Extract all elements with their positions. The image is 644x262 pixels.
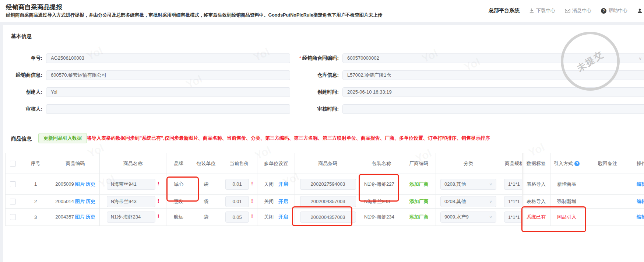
price-input[interactable]: 0.01 — [225, 179, 249, 190]
cell-seq: 1 — [20, 174, 51, 195]
cell-goods-name: N海带丝941! — [100, 174, 166, 195]
category-select[interactable]: 0208.其他∨ — [440, 179, 496, 190]
goods-name-input[interactable]: N海带丝941 — [107, 179, 155, 190]
multi-unit-on-toggle[interactable]: 开启 — [278, 181, 288, 187]
category-select[interactable]: 9009.水产9∨ — [440, 212, 496, 223]
cell-barcode: 2002004357003 — [295, 209, 361, 226]
table-row: 3 2004357图片历史 N1冷-海虾234! 航远 袋 0.05! 关闭开启… — [6, 209, 644, 226]
cell-seq: 2 — [20, 195, 51, 209]
header-multi-unit: 多单位设置 — [257, 153, 295, 174]
cell-goods-code: 2004357图片历史 — [51, 209, 100, 226]
warning-mark: ! — [251, 198, 253, 204]
goods-name-input[interactable]: N海带丝943 — [107, 196, 155, 207]
goods-name-input[interactable]: N1冷-海虾234 — [107, 212, 155, 223]
cell-reject-note — [583, 209, 632, 226]
category-select[interactable]: 0208.其他∨ — [440, 196, 496, 207]
cell-barcode: 2002027594003 — [295, 174, 361, 195]
cell-barcode: 2002004357003 — [295, 195, 361, 209]
header-pack-unit: 包装单位 — [191, 153, 221, 174]
cell-goods-code: 2005014图片历史 — [51, 195, 100, 209]
header-action: 操作 — [632, 153, 644, 174]
row-checkbox[interactable] — [10, 214, 16, 220]
price-input[interactable]: 0.05 — [225, 212, 249, 223]
add-vendor-link[interactable]: 添加厂商 — [409, 199, 429, 204]
spec-input[interactable]: 1*1*1 — [504, 196, 522, 207]
table-header-row: 序号 商品编码 商品名称 品牌 包装单位 当前售价 多单位设置 商品条码 包装名… — [6, 153, 644, 174]
warning-mark: ! — [158, 198, 159, 204]
edit-link[interactable]: 编辑 — [637, 199, 644, 204]
multi-unit-off-toggle[interactable]: 关闭 — [264, 214, 274, 220]
cell-vendor-code: 添加厂商 — [402, 209, 436, 226]
dealer-info-input[interactable]: 600570.黎安运输有限公司 — [46, 70, 290, 80]
multi-unit-off-toggle[interactable]: 关闭 — [264, 181, 274, 187]
cell-spec: 1*1*1 — [501, 174, 522, 195]
warning-mark: ! — [158, 213, 159, 219]
auditor-input[interactable] — [46, 104, 290, 114]
barcode-input[interactable]: 2002004357003 — [300, 196, 356, 207]
cell-pack-unit: 袋 — [191, 209, 221, 226]
add-vendor-link[interactable]: 添加厂商 — [409, 214, 429, 220]
history-link[interactable]: 历史 — [86, 214, 95, 220]
select-all-checkbox[interactable] — [10, 161, 16, 167]
download-center-link[interactable]: 下载中心 — [529, 7, 555, 14]
image-link[interactable]: 图片 — [75, 199, 85, 204]
header-goods-name: 商品名称 — [100, 153, 166, 174]
price-input[interactable]: 0.01 — [225, 196, 249, 207]
audit-time-input[interactable] — [342, 104, 644, 114]
add-vendor-link[interactable]: 添加厂商 — [409, 181, 429, 187]
cell-pack-name: N1冷-海虾227 — [361, 174, 402, 195]
download-icon — [529, 8, 534, 13]
barcode-input[interactable]: 2002004357003 — [300, 212, 356, 223]
edit-link[interactable]: 编辑 — [637, 214, 644, 220]
edit-link[interactable]: 编辑 — [637, 181, 644, 187]
cell-reject-note — [583, 195, 632, 209]
cell-data-tag: 系统已有 — [522, 209, 550, 226]
cell-spec: 1*1*1 — [501, 195, 522, 209]
row-checkbox[interactable] — [10, 199, 16, 205]
cell-brand: 诚心 — [166, 174, 191, 195]
import-mode-help-icon[interactable]: ? — [574, 161, 580, 166]
user-avatar-button[interactable] — [637, 8, 643, 14]
row-checkbox[interactable] — [10, 181, 16, 187]
spec-input[interactable]: 1*1*1 — [504, 179, 522, 190]
cell-data-tag: 表格导入 — [522, 195, 550, 209]
image-link[interactable]: 图片 — [75, 214, 85, 220]
cell-multi-unit: 关闭开启 — [257, 174, 295, 195]
cell-current-price: 0.05! — [221, 209, 257, 226]
update-same-goods-button[interactable]: 更新同品引入数据 — [38, 133, 87, 143]
creator-input[interactable]: Yol — [46, 87, 290, 97]
main-card: 基本信息 单号: AG2506100003 *经销商合同编码: 60057000… — [3, 25, 644, 262]
help-center-link[interactable]: ? 帮助中心 — [601, 7, 627, 14]
spec-input[interactable]: 1*1*1 — [504, 212, 522, 223]
label-audit-time: 审核时间: — [275, 104, 339, 114]
header-vendor-code: 厂商编码 — [402, 153, 436, 174]
barcode-input[interactable]: 2002027594003 — [300, 179, 356, 190]
cell-seq: 3 — [20, 209, 51, 226]
header-current-price: 当前售价 — [221, 153, 257, 174]
order-no-input[interactable]: AG2506100003 — [46, 53, 290, 63]
history-link[interactable]: 历史 — [86, 199, 95, 204]
cell-action: 编辑 — [632, 209, 644, 226]
header-spec: 商品规格 — [501, 153, 522, 174]
multi-unit-on-toggle[interactable]: 开启 — [278, 214, 288, 220]
table-row: 2 2005014图片历史 N海带丝943! 惠发 袋 0.01! 关闭开启 2… — [6, 195, 644, 209]
cell-import-mode: 强制新增 — [550, 195, 583, 209]
multi-unit-off-toggle[interactable]: 关闭 — [264, 199, 274, 204]
toggle-divider — [276, 182, 276, 186]
cell-pack-name: N1冷-海虾234 — [361, 209, 402, 226]
label-creator: 创建人: — [3, 87, 42, 97]
warning-mark: ! — [251, 181, 253, 186]
cell-action: 编辑 — [632, 195, 644, 209]
header-checkbox-cell — [6, 153, 20, 174]
top-header-bar: 经销商自采商品提报 经销商自采商品通过导入方式进行提报，并由分公司及总部多级审批… — [0, 0, 644, 22]
multi-unit-on-toggle[interactable]: 开启 — [278, 199, 288, 204]
chevron-down-icon: ∨ — [489, 182, 492, 186]
section-basic-info: 基本信息 — [11, 33, 32, 40]
message-center-link[interactable]: 消息中心 — [565, 7, 591, 14]
history-link[interactable]: 历史 — [86, 181, 95, 187]
label-order-no: 单号: — [3, 53, 42, 63]
goods-table: 序号 商品编码 商品名称 品牌 包装单位 当前售价 多单位设置 商品条码 包装名… — [5, 153, 644, 226]
cell-pack-unit: 袋 — [191, 195, 221, 209]
cell-category: 9009.水产9∨ — [436, 209, 501, 226]
image-link[interactable]: 图片 — [75, 181, 85, 187]
